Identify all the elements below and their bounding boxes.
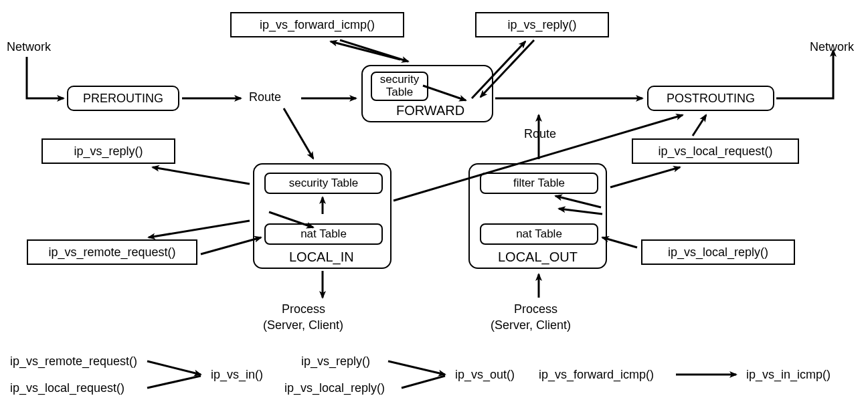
legend-forward-icmp: ip_vs_forward_icmp() <box>539 368 654 382</box>
process-in-label2: (Server, Client) <box>263 318 343 332</box>
postrouting-box: POSTROUTING <box>647 86 774 111</box>
local-out-name: LOCAL_OUT <box>498 249 578 265</box>
local-out-hook: filter Table nat Table LOCAL_OUT <box>468 163 607 269</box>
svg-line-6 <box>340 40 408 62</box>
arrows-svg <box>0 0 868 412</box>
svg-line-18 <box>602 237 637 247</box>
legend-local-reply: ip_vs_local_reply() <box>284 381 385 395</box>
process-out-label: Process <box>514 302 557 316</box>
network-out-label: Network <box>810 40 854 54</box>
local-out-nat-table: nat Table <box>480 223 598 245</box>
local-reply-box: ip_vs_local_reply() <box>641 239 795 265</box>
local-reply-text: ip_vs_local_reply() <box>668 245 768 260</box>
legend-local-request: ip_vs_local_request() <box>10 381 124 395</box>
remote-request-box: ip_vs_remote_request() <box>27 239 197 265</box>
local-out-filter-text: filter Table <box>513 177 565 190</box>
local-in-nat-text: nat Table <box>300 228 347 241</box>
route-mid-label: Route <box>524 127 556 141</box>
local-out-nat-text: nat Table <box>516 228 562 241</box>
svg-line-13 <box>149 221 250 237</box>
prerouting-text: PREROUTING <box>83 92 163 106</box>
network-in-label: Network <box>7 40 51 54</box>
svg-line-19 <box>610 167 680 187</box>
svg-line-23 <box>147 361 201 375</box>
svg-line-14 <box>201 237 261 254</box>
forward-name: FORWARD <box>396 103 464 118</box>
local-request-text: ip_vs_local_request() <box>658 144 772 159</box>
reply-top-text: ip_vs_reply() <box>507 18 576 32</box>
local-in-name: LOCAL_IN <box>289 249 354 265</box>
local-request-box: ip_vs_local_request() <box>632 138 799 164</box>
reply-left-text: ip_vs_reply() <box>74 144 143 159</box>
local-in-security-text: security Table <box>289 177 359 190</box>
svg-line-3 <box>284 108 313 159</box>
reply-top-box: ip_vs_reply() <box>475 12 609 37</box>
svg-line-24 <box>147 376 201 388</box>
local-out-filter-table: filter Table <box>480 173 598 194</box>
svg-line-12 <box>153 167 250 184</box>
legend-remote-request: ip_vs_remote_request() <box>10 354 137 369</box>
prerouting-box: PREROUTING <box>67 86 179 111</box>
svg-line-20 <box>693 115 706 136</box>
process-in-label: Process <box>282 302 325 316</box>
legend-in: ip_vs_in() <box>211 368 263 382</box>
local-in-hook: security Table nat Table LOCAL_IN <box>253 163 392 269</box>
postrouting-text: POSTROUTING <box>667 92 755 106</box>
legend-reply: ip_vs_reply() <box>301 354 370 369</box>
legend-out: ip_vs_out() <box>455 368 515 382</box>
forward-icmp-box: ip_vs_forward_icmp() <box>230 12 404 37</box>
forward-hook: security Table FORWARD <box>361 65 493 122</box>
svg-line-25 <box>388 361 445 375</box>
forward-icmp-text: ip_vs_forward_icmp() <box>260 18 375 32</box>
process-out-label2: (Server, Client) <box>491 318 571 332</box>
forward-security-text: security Table <box>380 74 420 98</box>
legend-in-icmp: ip_vs_in_icmp() <box>746 368 831 382</box>
svg-line-26 <box>402 376 445 388</box>
reply-left-box: ip_vs_reply() <box>41 138 175 164</box>
forward-security-table: security Table <box>371 72 428 101</box>
svg-line-7 <box>331 41 400 60</box>
route-top-label: Route <box>249 90 281 104</box>
local-in-nat-table: nat Table <box>264 223 383 245</box>
remote-request-text: ip_vs_remote_request() <box>48 245 175 260</box>
local-in-security-table: security Table <box>264 173 383 194</box>
